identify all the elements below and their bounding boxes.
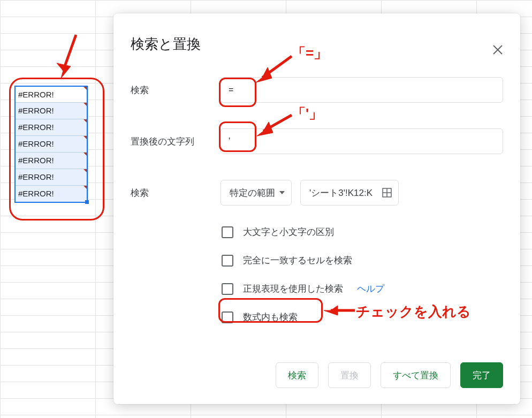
- search-input[interactable]: [221, 77, 503, 103]
- selected-range[interactable]: #ERROR! #ERROR! #ERROR! #ERROR! #ERROR! …: [15, 86, 88, 202]
- checkbox-label: 完全に一致するセルを検索: [243, 254, 352, 267]
- error-indicator-icon: [83, 136, 88, 140]
- cell[interactable]: #ERROR!: [15, 103, 88, 119]
- scope-dropdown[interactable]: 特定の範囲: [221, 180, 292, 206]
- cell-value: #ERROR!: [18, 123, 54, 132]
- cell[interactable]: #ERROR!: [15, 169, 88, 186]
- caret-down-icon: [279, 191, 285, 194]
- error-indicator-icon: [83, 119, 88, 124]
- checkbox-row-formula[interactable]: 数式内も検索: [222, 311, 503, 323]
- checkbox-row-case[interactable]: 大文字と小文字の区別: [222, 226, 503, 238]
- scope-dropdown-label: 特定の範囲: [230, 187, 275, 199]
- checkbox-regex[interactable]: [222, 283, 233, 295]
- checkbox-formula[interactable]: [222, 311, 233, 323]
- cell-value: #ERROR!: [18, 139, 54, 148]
- cell-value: #ERROR!: [18, 90, 54, 99]
- replace-all-button[interactable]: すべて置換: [381, 362, 451, 388]
- done-button[interactable]: 完了: [460, 362, 503, 388]
- error-indicator-icon: [83, 153, 88, 157]
- scope-label: 検索: [131, 187, 221, 199]
- cell[interactable]: #ERROR!: [15, 86, 88, 103]
- replace-button[interactable]: 置換: [328, 362, 371, 388]
- cell-value: #ERROR!: [18, 172, 54, 181]
- cell-value: #ERROR!: [18, 156, 54, 165]
- error-indicator-icon: [83, 87, 88, 91]
- replace-input[interactable]: [221, 128, 503, 154]
- dialog-title: 検索と置換: [113, 35, 520, 54]
- range-input-box[interactable]: 'シート3'!K12:K: [300, 180, 399, 206]
- cell[interactable]: #ERROR!: [15, 136, 88, 153]
- error-indicator-icon: [83, 103, 88, 107]
- checkbox-label: 数式内も検索: [243, 311, 298, 323]
- cell-value: #ERROR!: [18, 106, 54, 115]
- select-range-icon[interactable]: [382, 188, 392, 197]
- cell[interactable]: #ERROR!: [15, 186, 88, 202]
- error-indicator-icon: [83, 169, 88, 173]
- range-value: 'シート3'!K12:K: [309, 187, 373, 199]
- replace-label: 置換後の文字列: [131, 135, 221, 148]
- checkbox-label: 大文字と小文字の区別: [243, 226, 334, 238]
- close-icon: [493, 45, 503, 55]
- checkbox-row-regex[interactable]: 正規表現を使用した検索 ヘルプ: [222, 283, 503, 295]
- checkbox-case[interactable]: [222, 226, 233, 238]
- svg-marker-2: [279, 191, 285, 194]
- error-indicator-icon: [83, 186, 88, 190]
- search-label: 検索: [131, 84, 221, 96]
- checkbox-entire[interactable]: [222, 255, 233, 267]
- find-replace-dialog: 検索と置換 検索 置換後の文字列 検索 特定の範囲 'シート3'!K12:K 大…: [113, 13, 520, 404]
- checkbox-label: 正規表現を使用した検索: [243, 283, 343, 295]
- regex-help-link[interactable]: ヘルプ: [357, 283, 384, 295]
- find-button[interactable]: 検索: [276, 362, 318, 388]
- cell-value: #ERROR!: [18, 189, 54, 198]
- close-button[interactable]: [487, 39, 508, 60]
- cell[interactable]: #ERROR!: [15, 153, 88, 169]
- checkbox-row-entire[interactable]: 完全に一致するセルを検索: [222, 254, 503, 267]
- cell[interactable]: #ERROR!: [15, 119, 88, 136]
